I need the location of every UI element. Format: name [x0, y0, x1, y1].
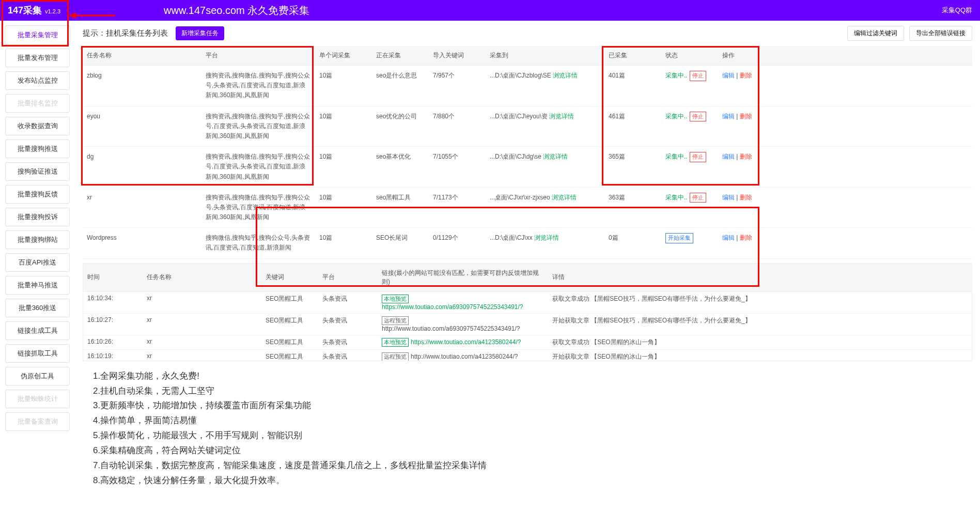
task-col-header: 操作	[718, 46, 972, 66]
sidebar-item-10[interactable]: 百度API推送	[5, 253, 70, 272]
feature-item: 3.更新频率快，功能增加快，持续覆盖市面所有采集功能	[93, 398, 972, 413]
task-keywords: 7/1173个	[429, 187, 486, 228]
task-target: ...桌面\CJ\xr\xr-zjxseo 浏览详情	[486, 187, 604, 228]
new-task-button[interactable]: 新增采集任务	[176, 26, 224, 40]
sidebar-item-3: 批量排名监控	[5, 94, 70, 113]
log-time: 16:10:19:	[83, 349, 143, 361]
log-row: 16:10:27:xrSEO黑帽工具头条资讯远程预览http://www.tou…	[83, 313, 972, 335]
log-url[interactable]: http://www.toutiao.com/a4123580244/?	[411, 353, 518, 360]
log-keyword: SEO黑帽工具	[261, 335, 318, 349]
preview-tag[interactable]: 远程预览	[382, 352, 409, 361]
sidebar-item-2[interactable]: 发布站点监控	[5, 71, 70, 90]
log-platform: 头条资讯	[318, 335, 378, 349]
task-doing: seo黑帽工具	[372, 187, 429, 228]
log-keyword: SEO黑帽工具	[261, 349, 318, 361]
sidebar: 批量采集管理批量发布管理发布站点监控批量排名监控收录数据查询批量搜狗推送搜狗验证…	[0, 21, 75, 493]
log-task: xr	[143, 313, 261, 335]
export-errors-button[interactable]: 导出全部错误链接	[909, 26, 972, 41]
sidebar-item-11[interactable]: 批量神马推送	[5, 276, 70, 295]
qq-group-link[interactable]: 采集QQ群	[942, 6, 972, 15]
preview-tag[interactable]: 本地预览	[382, 295, 409, 303]
view-detail-link[interactable]: 浏览详情	[549, 113, 574, 120]
sidebar-item-8[interactable]: 批量搜狗投诉	[5, 208, 70, 226]
sidebar-item-5[interactable]: 批量搜狗推送	[5, 140, 70, 158]
feature-item: 6.采集精确度高，符合网站关键词定位	[93, 443, 972, 458]
task-keywords: 0/1129个	[429, 228, 486, 258]
task-actions: 编辑 | 删除	[718, 228, 972, 258]
sidebar-item-9[interactable]: 批量搜狗绑站	[5, 230, 70, 249]
start-button[interactable]: 开始采集	[665, 233, 693, 243]
log-platform: 头条资讯	[318, 291, 378, 313]
sidebar-item-12[interactable]: 批量360推送	[5, 299, 70, 317]
task-name: xr	[83, 187, 201, 228]
log-detail: 开始获取文章 【SEO黑帽的冰山一角】	[548, 349, 972, 361]
log-time: 16:10:34:	[83, 291, 143, 313]
log-task: xr	[143, 291, 261, 313]
sidebar-item-4[interactable]: 收录数据查询	[5, 117, 70, 135]
preview-tag[interactable]: 本地预览	[382, 338, 409, 347]
feature-list: 1.全网采集功能，永久免费!2.挂机自动采集，无需人工坚守3.更新频率快，功能增…	[83, 369, 972, 488]
edit-link[interactable]: 编辑	[722, 234, 735, 241]
task-target: ...D:\桌面\CJ\zblog\SE 浏览详情	[486, 66, 604, 106]
stop-button[interactable]: 停止	[690, 193, 706, 203]
log-url[interactable]: https://www.toutiao.com/a4123580244/?	[411, 338, 521, 346]
task-status: 采集中..停止	[661, 106, 718, 147]
feature-item: 4.操作简单，界面简洁易懂	[93, 413, 972, 428]
sidebar-item-0[interactable]: 批量采集管理	[5, 26, 70, 44]
delete-link[interactable]: 删除	[740, 113, 752, 120]
stop-button[interactable]: 停止	[690, 71, 706, 81]
edit-link[interactable]: 编辑	[722, 113, 735, 120]
sidebar-item-6[interactable]: 搜狗验证推送	[5, 162, 70, 181]
app-logo: 147采集 v1.2.3	[8, 4, 60, 17]
view-detail-link[interactable]: 浏览详情	[534, 234, 559, 241]
task-platform: 搜狗资讯,搜狗微信,搜狗知乎,搜狗公众号,百度资讯,头条资讯,百度知道,新浪新闻…	[201, 106, 315, 147]
sidebar-item-13[interactable]: 链接生成工具	[5, 321, 70, 340]
sidebar-item-14[interactable]: 链接抓取工具	[5, 344, 70, 363]
sidebar-item-7[interactable]: 批量搜狗反馈	[5, 185, 70, 204]
page-title: 提示：挂机采集任务列表	[83, 28, 168, 38]
task-keywords: 7/957个	[429, 66, 486, 106]
task-col-header: 平台	[201, 46, 315, 66]
delete-link[interactable]: 删除	[740, 153, 752, 160]
sidebar-item-15[interactable]: 伪原创工具	[5, 367, 70, 385]
main-content: 提示：挂机采集任务列表 新增采集任务 编辑过滤关键词 导出全部错误链接 任务名称…	[75, 21, 980, 493]
delete-link[interactable]: 删除	[740, 72, 752, 79]
log-time: 16:10:27:	[83, 313, 143, 335]
task-table: 任务名称平台单个词采集正在采集导入关键词采集到已采集状态操作 zblog搜狗资讯…	[83, 46, 972, 259]
edit-link[interactable]: 编辑	[722, 72, 735, 79]
edit-link[interactable]: 编辑	[722, 153, 735, 160]
filter-keywords-button[interactable]: 编辑过滤关键词	[847, 26, 904, 41]
task-platform: 搜狗资讯,搜狗微信,搜狗知乎,搜狗公众号,百度资讯,头条资讯,百度知道,新浪新闻…	[201, 147, 315, 188]
log-keyword: SEO黑帽工具	[261, 291, 318, 313]
delete-link[interactable]: 删除	[740, 234, 752, 241]
task-status: 采集中..停止	[661, 147, 718, 188]
log-panel[interactable]: 时间任务名称关键词平台链接(最小的网站可能没有匹配，如需要可群内反馈增加规则)详…	[83, 263, 972, 361]
task-single: 10篇	[315, 66, 372, 106]
task-row: eyou搜狗资讯,搜狗微信,搜狗知乎,搜狗公众号,百度资讯,头条资讯,百度知道,…	[83, 106, 972, 147]
log-task: xr	[143, 335, 261, 349]
log-detail: 获取文章成功 【黑帽SEO技巧，黑帽SEO有哪些手法，为什么要避免_】	[548, 291, 972, 313]
log-link: 本地预览https://www.toutiao.com/a69309757452…	[378, 291, 548, 313]
sidebar-item-1[interactable]: 批量发布管理	[5, 49, 70, 67]
feature-item: 8.高效稳定，快速分解任务量，最大化提升效率。	[93, 473, 972, 488]
task-col-header: 采集到	[486, 46, 604, 66]
task-platform: 搜狗资讯,搜狗微信,搜狗知乎,搜狗公众号,头条资讯,百度资讯,百度知道,新浪新闻…	[201, 66, 315, 106]
view-detail-link[interactable]: 浏览详情	[543, 153, 568, 160]
log-url[interactable]: http://www.toutiao.com/a6930975745225343…	[382, 325, 520, 332]
log-platform: 头条资讯	[318, 349, 378, 361]
view-detail-link[interactable]: 浏览详情	[553, 72, 578, 79]
task-target: ...D:\桌面\CJ\dg\se 浏览详情	[486, 147, 604, 188]
preview-tag[interactable]: 远程预览	[382, 316, 409, 325]
log-detail: 开始获取文章 【黑帽SEO技巧，黑帽SEO有哪些手法，为什么要避免_】	[548, 313, 972, 335]
log-url[interactable]: https://www.toutiao.com/a693097574522534…	[382, 303, 523, 311]
sidebar-item-17: 批量备案查询	[5, 412, 70, 431]
edit-link[interactable]: 编辑	[722, 194, 735, 201]
task-platform: 搜狗资讯,搜狗微信,搜狗知乎,搜狗公众号,头条资讯,百度资讯,百度知道,新浪新闻…	[201, 187, 315, 228]
stop-button[interactable]: 停止	[690, 112, 706, 122]
feature-item: 5.操作极简化，功能最强大，不用手写规则，智能识别	[93, 428, 972, 443]
task-keywords: 7/880个	[429, 106, 486, 147]
task-name: dg	[83, 147, 201, 188]
view-detail-link[interactable]: 浏览详情	[552, 194, 577, 201]
stop-button[interactable]: 停止	[690, 152, 706, 162]
delete-link[interactable]: 删除	[740, 194, 752, 201]
